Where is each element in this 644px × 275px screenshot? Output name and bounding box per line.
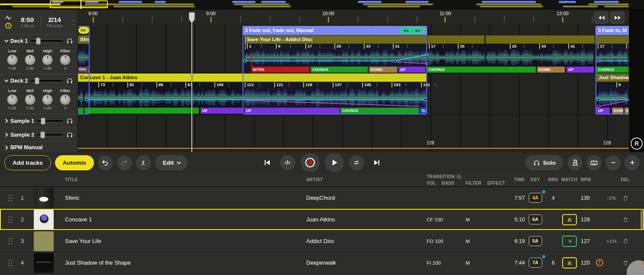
eq-knob[interactable]: Filter 0 (58, 88, 73, 114)
drag-handle-icon[interactable] (9, 259, 13, 266)
transition-header-3[interactable]: 3 Fade in, M (595, 26, 629, 35)
trash-icon[interactable] (622, 238, 629, 245)
section-marker[interactable]: CHORUS (427, 67, 536, 73)
drag-handle-icon[interactable] (9, 216, 13, 223)
transition-vol[interactable]: FO 100 (427, 239, 450, 244)
match-up-indicator[interactable] (562, 257, 577, 269)
track-bpm[interactable]: 128 (578, 217, 594, 223)
track-title[interactable]: Concave 1 (65, 216, 306, 223)
eq-knob[interactable]: Mid 0 dB (23, 88, 37, 114)
header-title[interactable]: TITLE (65, 177, 306, 182)
table-row[interactable]: 1 Sferic DeepChord 7:57 4A 4 130 -1% (0, 187, 644, 209)
add-tracks-button[interactable]: Add tracks (4, 155, 51, 170)
skip-to-end-button[interactable] (369, 155, 385, 170)
transition-vol[interactable]: CF 100 (427, 217, 450, 222)
key-badge[interactable]: 7A (529, 258, 542, 268)
sample1-header[interactable]: Sample 1 (0, 114, 78, 128)
skip-back-button[interactable] (594, 12, 608, 24)
eq-knob[interactable]: Filter 0 (58, 48, 73, 74)
track-title[interactable]: Sferic (65, 195, 306, 201)
metronome-button[interactable] (567, 155, 583, 170)
drag-handle-icon[interactable] (9, 195, 13, 201)
eq-knob[interactable]: Low 0 dB (5, 88, 19, 114)
knob-dial[interactable] (42, 94, 53, 105)
transition-filter[interactable]: M (466, 217, 487, 222)
match-up-indicator[interactable] (562, 214, 577, 225)
knob-dial[interactable] (60, 94, 71, 105)
eq-knob[interactable]: High 0 dB (40, 88, 55, 114)
undo-button[interactable] (98, 155, 113, 170)
eq-knob[interactable]: High 0 dB (40, 48, 55, 74)
timeline-editor[interactable]: 8:009:0010:0011:0012:00 Save Your Life -… (78, 10, 629, 152)
section-marker[interactable]: UP (201, 108, 243, 114)
bpm-manual-header[interactable]: BPM Manual (0, 142, 78, 152)
skip-forward-button[interactable] (610, 12, 625, 24)
deck2-header[interactable]: Deck 2 (0, 74, 78, 87)
key-badge[interactable]: 6A (529, 214, 542, 224)
bpm-automation-line[interactable]: 128128 (78, 148, 629, 149)
transition-header-2[interactable]: 2 Fade out, Fade out, Manual 6A → 5A (243, 26, 427, 35)
minimap-viewport[interactable] (50, 0, 108, 8)
knob-dial[interactable] (60, 54, 71, 65)
knob-dial[interactable] (25, 94, 36, 105)
zoom-out-button[interactable] (605, 155, 621, 170)
transition-vol[interactable]: FI 100 (427, 260, 450, 265)
zoom-in-button[interactable] (625, 155, 640, 170)
trash-icon[interactable] (622, 216, 629, 223)
collapse-handle[interactable]: –– (72, 18, 75, 26)
keyboard-shortcuts-button[interactable] (586, 155, 602, 170)
knob-dial[interactable] (25, 54, 36, 65)
knob-dial[interactable] (7, 54, 18, 65)
locate-playhead-button[interactable] (280, 155, 295, 170)
table-row[interactable]: 3 Save Your Life Addict Disc FO 100 M 6:… (0, 230, 644, 252)
mix-overview-minimap[interactable] (0, 0, 644, 10)
key-badge[interactable]: 5A (529, 236, 542, 246)
track-bpm[interactable]: 120 (578, 260, 594, 266)
record-button[interactable] (301, 153, 320, 172)
split-scissors-button[interactable]: ✂ (136, 155, 151, 170)
sample2-header[interactable]: Sample 2 (0, 128, 78, 142)
headphones-icon[interactable] (66, 118, 73, 124)
knob-dial[interactable] (7, 94, 18, 105)
deck2-volume-slider[interactable] (31, 79, 63, 82)
table-row[interactable]: 4 Just Shadow of the Shape Deeperwalk FI… (0, 252, 644, 274)
skip-to-start-button[interactable] (260, 155, 275, 170)
header-artist[interactable]: ARTIST (306, 177, 427, 182)
play-button[interactable] (325, 153, 344, 172)
section-marker[interactable] (84, 108, 199, 114)
eye-icon[interactable] (456, 174, 462, 179)
eq-knob[interactable]: Mid 0 dB (23, 48, 37, 74)
eq-knob[interactable]: Low 0 dB (5, 48, 19, 74)
transition-filter[interactable]: M (466, 260, 487, 265)
headphones-icon[interactable] (66, 38, 73, 44)
trash-icon[interactable] (622, 195, 629, 201)
section-marker[interactable]: DOWN (537, 67, 565, 73)
track-title[interactable]: Save Your Life (65, 238, 306, 244)
redo-button[interactable] (117, 155, 132, 170)
track-bpm[interactable]: 127 (578, 238, 594, 244)
match-down-indicator[interactable] (562, 236, 577, 247)
trash-icon[interactable] (622, 259, 629, 266)
track-bpm[interactable]: 130 (578, 195, 594, 201)
transition-box-3[interactable] (595, 26, 629, 115)
transition-box-2[interactable] (243, 26, 427, 115)
sample1-volume-slider[interactable] (37, 119, 63, 122)
clip-title-segment[interactable] (486, 35, 595, 44)
transition-filter[interactable]: M (466, 239, 487, 244)
loop-button[interactable] (349, 155, 364, 170)
track-title[interactable]: Just Shadow of the Shape (65, 259, 306, 266)
time-ruler[interactable]: 8:009:0010:0011:0012:00 (78, 10, 629, 24)
section-marker[interactable]: UP (566, 67, 594, 73)
headphones-icon[interactable] (66, 77, 73, 84)
edit-menu-button[interactable]: Edit (155, 155, 188, 170)
drag-handle-icon[interactable] (9, 238, 13, 245)
deck1-header[interactable]: Deck 1 (0, 35, 78, 48)
automix-button[interactable]: Automix (55, 155, 94, 170)
headphones-icon[interactable] (66, 131, 73, 138)
table-scrollbar[interactable] (641, 210, 643, 229)
clip-title-segment[interactable] (427, 35, 484, 44)
playhead-line[interactable] (191, 12, 192, 152)
key-badge[interactable]: 4A (529, 193, 542, 203)
table-row-selected[interactable]: 2 Concave 1 Juan Atkins CF 100 M 5:10 6A… (0, 209, 644, 230)
knob-dial[interactable] (42, 54, 53, 65)
